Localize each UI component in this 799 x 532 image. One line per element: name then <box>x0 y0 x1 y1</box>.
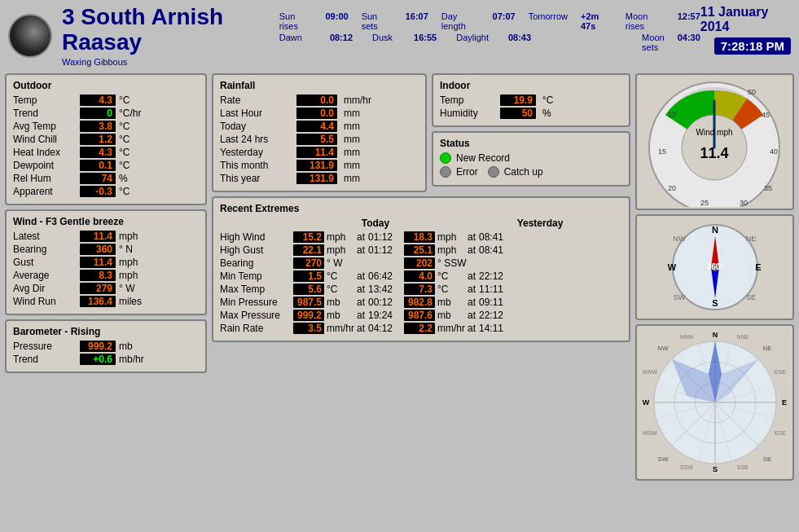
ext-yest-val: 2.2 <box>404 323 435 334</box>
extremes-rows: High Wind 15.2 mph at 01:12 18.3 mph at … <box>220 231 622 334</box>
wind-bearing-value: 360 <box>80 244 116 255</box>
ext-name: Bearing <box>220 257 293 269</box>
svg-text:N: N <box>712 225 718 235</box>
wind-gauge-panel: 10 15 20 25 30 35 40 45 50 Wind mph 11.4 <box>635 73 794 210</box>
rain-today-row: Today 4.4 mm <box>220 121 419 132</box>
wind-run-value: 136.4 <box>80 296 116 307</box>
ext-today-at: at <box>357 244 368 256</box>
status-catchup-dot <box>488 166 499 178</box>
moon-rises-label: Moon rises <box>626 11 665 31</box>
svg-text:40: 40 <box>770 147 778 156</box>
extremes-yesterday-header: Yesterday <box>458 218 622 229</box>
outdoor-windchill-value: 1.2 <box>80 134 116 145</box>
baro-pressure-value: 999.2 <box>80 341 116 352</box>
svg-text:NE: NE <box>745 235 756 243</box>
outdoor-relhum-unit: % <box>119 173 128 184</box>
svg-text:NNW: NNW <box>679 334 693 340</box>
svg-text:NW: NW <box>673 235 685 243</box>
extremes-today-header: Today <box>293 218 458 229</box>
barometer-panel: Barometer - Rising Pressure 999.2 mb Tre… <box>5 319 207 373</box>
outdoor-trend-value: 0 <box>80 108 116 119</box>
ext-yest-unit: °C <box>435 284 468 295</box>
ext-yest-val: 7.3 <box>404 284 435 295</box>
rain-rate-value: 0.0 <box>296 95 337 106</box>
svg-text:15: 15 <box>658 147 666 156</box>
ext-today-at: at <box>357 323 368 334</box>
wind-latest-row: Latest 11.4 mph <box>13 231 199 242</box>
top-row: Rainfall Rate 0.0 mm/hr Last Hour 0.0 mm… <box>212 73 630 192</box>
ext-today-val: 270 <box>293 257 324 269</box>
wind-latest-value: 11.4 <box>80 231 116 242</box>
ext-today-time: 00:12 <box>368 297 397 308</box>
rain-last24-value: 5.5 <box>296 134 337 145</box>
svg-text:360°: 360° <box>706 262 723 271</box>
status-error-dot <box>440 166 451 178</box>
rain-lasthour-row: Last Hour 0.0 mm <box>220 108 419 119</box>
svg-text:SSW: SSW <box>680 464 693 470</box>
dusk-val: 16:55 <box>414 33 437 52</box>
wind-title: Wind - F3 Gentle breeze <box>13 216 199 227</box>
ext-today-val: 3.5 <box>293 323 324 334</box>
rain-thisyear-row: This year 131.9 mm <box>220 173 419 184</box>
ext-yest-time: 08:41 <box>479 244 508 256</box>
ext-yest-val: 18.3 <box>404 231 435 243</box>
svg-text:ESE: ESE <box>774 430 785 436</box>
ext-today-time: 13:42 <box>368 284 397 295</box>
extremes-header: Today Yesterday <box>220 218 622 229</box>
rain-rate-unit: mm/hr <box>344 95 371 106</box>
baro-pressure-label: Pressure <box>13 341 77 352</box>
status-newrecord-dot <box>440 152 451 164</box>
ext-today-unit: ° W <box>324 257 357 269</box>
svg-text:S: S <box>712 298 718 308</box>
ext-yest-unit: mph <box>435 244 468 256</box>
ext-today-time: 04:12 <box>368 323 397 334</box>
windrose-svg: N S W E NW NE SW SE NNW NNE WNW ENE WSW … <box>642 329 788 476</box>
ext-today-val: 15.2 <box>293 231 324 243</box>
indoor-title: Indoor <box>440 80 622 91</box>
ext-yest-unit: mb <box>435 310 468 321</box>
rain-thismonth-value: 131.9 <box>296 160 337 171</box>
extreme-row-6: Max Pressure 999.2 mb at 19:24 987.6 mb … <box>220 310 622 321</box>
outdoor-dewpoint-label: Dewpoint <box>13 160 77 171</box>
ext-today-at: at <box>357 270 368 282</box>
outdoor-relhum-label: Rel Hum <box>13 173 77 184</box>
rain-yesterday-row: Yesterday 11.4 mm <box>220 147 419 158</box>
status-error-label: Error <box>456 166 478 178</box>
rain-thisyear-unit: mm <box>344 173 360 184</box>
svg-text:Wind mph: Wind mph <box>696 128 732 137</box>
windrose-panel: N S W E NW NE SW SE NNW NNE WNW ENE WSW … <box>635 324 794 481</box>
ext-today-unit: mb <box>324 310 357 321</box>
extreme-row-2: Bearing 270 ° W 202 ° SSW <box>220 257 622 269</box>
moon-phase: Waxing Gibbous <box>62 57 279 67</box>
extreme-row-4: Max Temp 5.6 °C at 13:42 7.3 °C at 11:11 <box>220 284 622 295</box>
outdoor-trend-unit: °C/hr <box>119 108 141 119</box>
header: 3 South Arnish Raasay Waxing Gibbous Sun… <box>0 0 799 70</box>
ext-yest-unit: ° SSW <box>435 257 468 269</box>
status-newrecord: New Record <box>440 152 622 164</box>
ext-name: High Wind <box>220 231 293 243</box>
ext-yest-val: 982.8 <box>404 297 435 308</box>
baro-trend-row: Trend +0.6 mb/hr <box>13 354 199 365</box>
svg-text:SW: SW <box>657 455 668 463</box>
svg-text:SSE: SSE <box>736 464 748 470</box>
wind-latest-label: Latest <box>13 231 77 242</box>
ext-yest-unit: mb <box>435 297 468 308</box>
svg-text:ENE: ENE <box>774 369 786 375</box>
indoor-status-col: Indoor Temp 19.9 °C Humidity 50 % Status <box>432 73 630 192</box>
extremes-title: Recent Extremes <box>220 203 622 214</box>
outdoor-avgtemp-label: Avg Temp <box>13 121 77 132</box>
ext-yest-time: 22:12 <box>479 270 508 282</box>
indoor-temp-label: Temp <box>440 95 497 106</box>
outdoor-relhum-value: 74 <box>80 173 116 184</box>
ext-yest-val: 987.6 <box>404 310 435 321</box>
ext-today-val: 22.1 <box>293 244 324 256</box>
daylight-val: 08:43 <box>508 33 531 52</box>
baro-trend-label: Trend <box>13 354 77 365</box>
rain-lasthour-unit: mm <box>344 108 360 119</box>
indoor-temp-value: 19.9 <box>500 95 536 106</box>
ext-name: Min Pressure <box>220 297 293 308</box>
middle-column: Rainfall Rate 0.0 mm/hr Last Hour 0.0 mm… <box>212 73 630 481</box>
ext-name: Max Pressure <box>220 310 293 321</box>
ext-yest-at: at <box>468 297 479 308</box>
moon-sets-val: 04:30 <box>678 33 700 52</box>
